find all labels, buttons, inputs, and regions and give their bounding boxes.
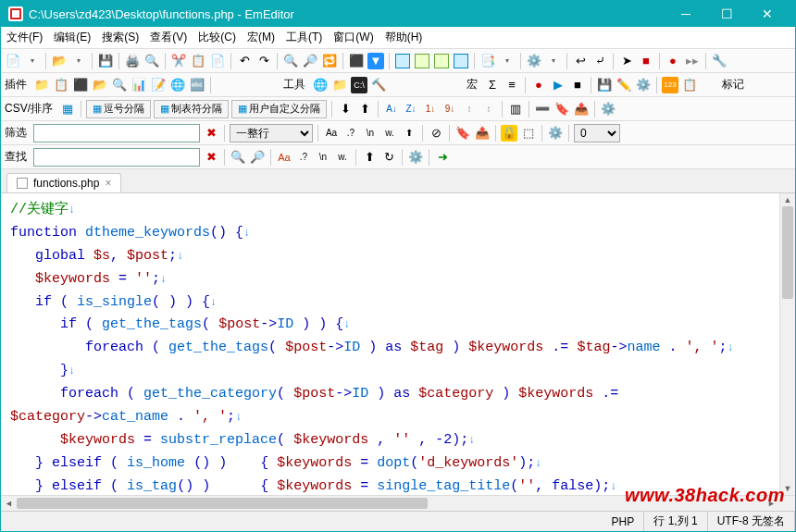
sort-len1-icon[interactable]: ↕ (461, 101, 478, 118)
plugin-2-icon[interactable]: 📋 (53, 77, 69, 93)
find-input[interactable] (33, 148, 200, 167)
find-adv-icon[interactable]: ⚙️ (407, 149, 424, 166)
stop-icon[interactable]: ■ (638, 53, 654, 69)
find-prev-icon[interactable]: 🔍 (230, 149, 246, 166)
filter-input[interactable] (33, 124, 200, 142)
filter-regex-icon[interactable]: .? (342, 125, 359, 142)
menu-macro[interactable]: 宏(M) (247, 30, 275, 45)
vertical-scrollbar[interactable]: ▲ ▼ (779, 193, 795, 495)
print-preview-icon[interactable]: 🔍 (143, 53, 160, 69)
redo-icon[interactable]: ↷ (255, 53, 272, 69)
scroll-up-icon[interactable]: ▲ (780, 193, 795, 206)
filter-inc-icon[interactable]: ⬆ (401, 125, 417, 142)
macro-stop-icon[interactable]: ■ (569, 77, 586, 93)
split-icon[interactable] (414, 53, 430, 69)
record-icon[interactable]: ● (665, 53, 681, 69)
find-inc-icon[interactable]: ⬆ (361, 149, 378, 166)
tile-icon[interactable] (433, 53, 450, 69)
sort-len2-icon[interactable]: ↕ (480, 101, 497, 118)
macro-config-icon[interactable]: ⚙️ (635, 77, 652, 93)
csv-tool-2-icon[interactable]: ⬆ (356, 101, 373, 118)
csv-del-icon[interactable]: ➖ (534, 101, 551, 118)
find-regex-icon[interactable]: .? (295, 149, 312, 166)
find-wrap-icon[interactable]: ↻ (380, 149, 397, 166)
close-button[interactable]: ✕ (747, 1, 788, 27)
plugin-9-icon[interactable]: 🔤 (189, 77, 205, 93)
find-esc-icon[interactable]: \n (315, 149, 331, 166)
hammer-icon[interactable]: 🔨 (370, 77, 387, 93)
macro-edit-icon[interactable]: ✏️ (616, 77, 632, 93)
compare-icon[interactable]: ⬛ (348, 53, 365, 69)
scroll-down-icon[interactable]: ▼ (780, 482, 795, 495)
dropdown-icon[interactable]: ▾ (545, 53, 562, 69)
find-close-icon[interactable]: ➜ (434, 149, 451, 166)
macro-list-icon[interactable]: ≡ (504, 77, 520, 93)
paste-icon[interactable]: 📄 (209, 53, 226, 69)
macro-rec-icon[interactable]: ● (530, 77, 547, 93)
find-icon[interactable]: 🔍 (282, 53, 299, 69)
csv-opt-icon[interactable]: ⚙️ (600, 101, 616, 118)
sort-19-icon[interactable]: 1↓ (422, 101, 439, 118)
filter-neg-icon[interactable]: ⊘ (428, 125, 444, 142)
macro-save-icon[interactable]: 💾 (596, 77, 613, 93)
plugin-4-icon[interactable]: 📂 (92, 77, 108, 93)
config-icon[interactable]: ⚙️ (526, 53, 542, 69)
arrow-icon[interactable]: ➤ (618, 53, 635, 69)
cascade-icon[interactable] (453, 53, 469, 69)
tab-sep-button[interactable]: ▦ 制表符分隔 (154, 100, 229, 118)
filter-lock-icon[interactable]: 🔒 (501, 125, 517, 142)
new-icon[interactable]: 📄 (5, 53, 21, 69)
menu-window[interactable]: 窗口(W) (333, 30, 373, 45)
sort-91-icon[interactable]: 9↓ (442, 101, 458, 118)
plugin-1-icon[interactable]: 📁 (33, 77, 50, 93)
filter-word-icon[interactable]: w. (381, 125, 398, 142)
plugin-8-icon[interactable]: 🌐 (169, 77, 186, 93)
filter-count-select[interactable]: 0 (574, 124, 620, 142)
filter-esc-icon[interactable]: \n (362, 125, 379, 142)
save-icon[interactable]: 💾 (97, 53, 114, 69)
print-icon[interactable]: 🖨️ (124, 53, 141, 69)
undo-icon[interactable]: ↶ (236, 53, 253, 69)
replace-icon[interactable]: 🔁 (321, 53, 338, 69)
filter-clear-icon[interactable]: ✖ (203, 125, 219, 142)
menu-help[interactable]: 帮助(H) (385, 30, 423, 45)
scroll-left-icon[interactable]: ◄ (1, 496, 17, 511)
code-area[interactable]: //关键字↓ function dtheme_keywords() {↓ glo… (1, 193, 779, 495)
open-icon[interactable]: 📂 (51, 53, 68, 69)
filter-adv-icon[interactable]: ⚙️ (547, 125, 564, 142)
maximize-button[interactable]: ☐ (706, 1, 747, 27)
dropdown-icon[interactable]: ▾ (499, 53, 516, 69)
filter-case-icon[interactable]: Aa (323, 125, 340, 142)
find-next-icon[interactable]: 🔎 (249, 149, 266, 166)
minimize-button[interactable]: ─ (665, 1, 706, 27)
plugin-7-icon[interactable]: 📝 (150, 77, 167, 93)
macro-custom-icon[interactable]: 📋 (681, 77, 698, 93)
menu-tools[interactable]: 工具(T) (286, 30, 322, 45)
find-word-icon[interactable]: w. (334, 149, 351, 166)
csv-tool-1-icon[interactable]: ⬇ (337, 101, 354, 118)
find-next-icon[interactable]: 🔎 (302, 53, 318, 69)
find-case-icon[interactable]: Aa (276, 149, 292, 166)
tool-icon[interactable]: 🔧 (711, 53, 728, 69)
filter-bookmark-icon[interactable]: 🔖 (454, 125, 471, 142)
hscroll-thumb[interactable] (17, 498, 428, 509)
tab-close-icon[interactable]: × (105, 177, 111, 190)
filter-scope-select[interactable]: 一整行 (230, 124, 313, 142)
play-icon[interactable]: ▸▸ (684, 53, 701, 69)
menu-view[interactable]: 查看(V) (150, 30, 187, 45)
filter-icon[interactable]: ▼ (367, 53, 384, 69)
sigma-icon[interactable]: Σ (484, 77, 501, 93)
menu-edit[interactable]: 编辑(E) (54, 30, 91, 45)
comma-sep-button[interactable]: ▦ 逗号分隔 (86, 100, 151, 118)
cut-icon[interactable]: ✂️ (170, 53, 187, 69)
bookmark-icon[interactable]: 📑 (479, 53, 496, 69)
tab-functions[interactable]: functions.php × (6, 173, 121, 192)
sort-az-icon[interactable]: A↓ (383, 101, 400, 118)
sort-za-icon[interactable]: Z↓ (403, 101, 419, 118)
filter-extract-icon[interactable]: 📤 (474, 125, 491, 142)
scroll-right-icon[interactable]: ► (764, 496, 779, 511)
scroll-thumb[interactable] (782, 206, 793, 299)
wrap-icon[interactable]: ↩ (572, 53, 589, 69)
filter-block-icon[interactable]: ⬚ (520, 125, 537, 142)
menu-file[interactable]: 文件(F) (6, 30, 43, 45)
